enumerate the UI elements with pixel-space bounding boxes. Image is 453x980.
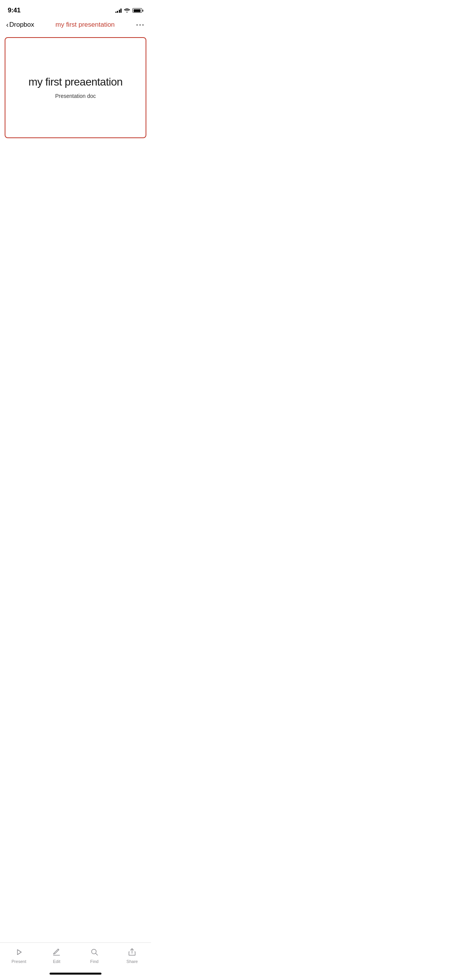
signal-icon [115, 8, 122, 13]
navigation-bar: ‹ Dropbox my first presentation ··· [0, 17, 151, 34]
battery-icon [132, 8, 143, 13]
slide-title: my first preaentation [28, 76, 122, 88]
back-label: Dropbox [9, 21, 34, 29]
more-button[interactable]: ··· [136, 21, 145, 29]
status-icons [115, 8, 144, 13]
page-title: my first presentation [40, 21, 130, 29]
status-time: 9:41 [8, 7, 21, 14]
back-chevron-icon: ‹ [6, 21, 9, 28]
slide-container: my first preaentation Presentation doc [0, 34, 151, 141]
main-content [0, 141, 151, 296]
back-button[interactable]: ‹ Dropbox [6, 21, 34, 29]
slide-card[interactable]: my first preaentation Presentation doc [5, 37, 146, 138]
slide-subtitle: Presentation doc [55, 93, 96, 99]
status-bar: 9:41 [0, 0, 151, 17]
wifi-icon [124, 8, 130, 13]
